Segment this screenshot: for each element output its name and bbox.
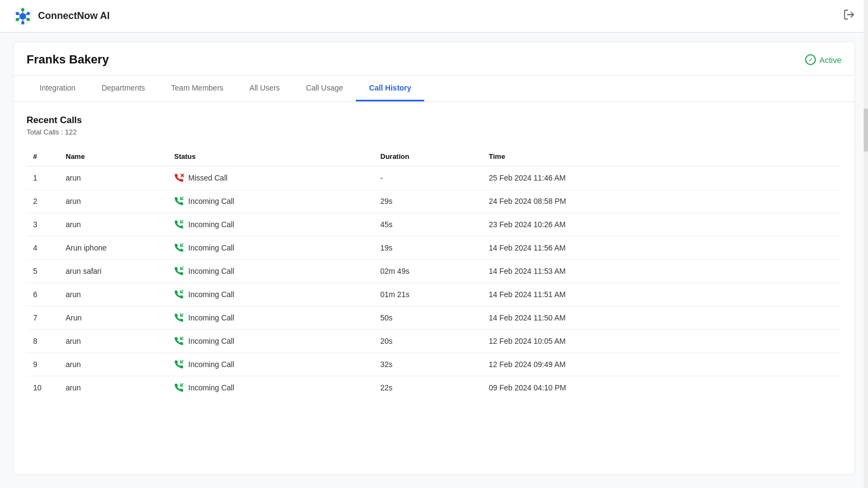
table-row: 8 arun Incoming Call 20s 12 Feb 2024 10:… xyxy=(27,330,841,353)
scrollbar-thumb[interactable] xyxy=(864,108,868,152)
cell-name: arun safari xyxy=(59,260,168,283)
table-row: 1 arun Missed Call - 25 Feb 2024 11:46 A… xyxy=(27,166,841,190)
cell-num: 4 xyxy=(27,236,59,260)
section-title: Recent Calls xyxy=(27,115,841,126)
cell-num: 9 xyxy=(27,353,59,376)
cell-name: arun xyxy=(59,283,168,306)
app-logo-icon xyxy=(13,7,33,26)
main-content: Franks Bakery ✓ Active Integration Depar… xyxy=(13,41,855,475)
cell-num: 7 xyxy=(27,306,59,330)
missed-call-icon xyxy=(174,173,184,183)
check-circle-icon: ✓ xyxy=(805,54,816,65)
svg-point-1 xyxy=(20,13,26,20)
cell-status: Incoming Call xyxy=(168,353,374,376)
status-label: Incoming Call xyxy=(188,360,234,369)
status-label: Incoming Call xyxy=(188,383,234,392)
tab-integration[interactable]: Integration xyxy=(27,76,88,101)
logout-icon[interactable] xyxy=(843,9,855,23)
col-header-num: # xyxy=(27,147,59,166)
cell-time: 24 Feb 2024 08:58 PM xyxy=(482,190,841,213)
tab-all-users[interactable]: All Users xyxy=(237,76,293,101)
table-row: 2 arun Incoming Call 29s 24 Feb 2024 08:… xyxy=(27,190,841,213)
table-row: 4 Arun iphone Incoming Call 19s 14 Feb 2… xyxy=(27,236,841,260)
cell-duration: 02m 49s xyxy=(374,260,482,283)
page-header: Franks Bakery ✓ Active xyxy=(14,42,854,76)
incoming-call-icon xyxy=(174,290,184,299)
cell-duration: 19s xyxy=(374,236,482,260)
table-row: 3 arun Incoming Call 45s 23 Feb 2024 10:… xyxy=(27,213,841,236)
incoming-call-icon xyxy=(174,243,184,253)
cell-name: arun xyxy=(59,190,168,213)
active-status-badge: ✓ Active xyxy=(805,54,841,74)
incoming-call-icon xyxy=(174,383,184,393)
scrollbar[interactable] xyxy=(864,0,868,484)
tab-team-members[interactable]: Team Members xyxy=(158,76,236,101)
table-header: # Name Status Duration Time xyxy=(27,147,841,166)
calls-table: # Name Status Duration Time 1 arun xyxy=(27,147,841,399)
table-row: 7 Arun Incoming Call 50s 14 Feb 2024 11:… xyxy=(27,306,841,330)
svg-point-7 xyxy=(16,12,19,15)
cell-status: Incoming Call xyxy=(168,376,374,400)
status-label: Incoming Call xyxy=(188,267,234,275)
cell-status: Missed Call xyxy=(168,166,374,190)
tab-call-history[interactable]: Call History xyxy=(356,76,424,101)
cell-status: Incoming Call xyxy=(168,306,374,330)
app-name: ConnectNow AI xyxy=(38,10,110,22)
status-label: Missed Call xyxy=(188,174,227,182)
cell-status: Incoming Call xyxy=(168,283,374,306)
cell-num: 8 xyxy=(27,330,59,353)
cell-duration: 50s xyxy=(374,306,482,330)
status-label: Incoming Call xyxy=(188,290,234,299)
cell-duration: 22s xyxy=(374,376,482,400)
cell-num: 1 xyxy=(27,166,59,190)
cell-status: Incoming Call xyxy=(168,190,374,213)
cell-time: 14 Feb 2024 11:53 AM xyxy=(482,260,841,283)
cell-time: 14 Feb 2024 11:50 AM xyxy=(482,306,841,330)
table-body: 1 arun Missed Call - 25 Feb 2024 11:46 A… xyxy=(27,166,841,400)
col-header-time: Time xyxy=(482,147,841,166)
cell-duration: 32s xyxy=(374,353,482,376)
cell-name: Arun xyxy=(59,306,168,330)
cell-duration: - xyxy=(374,166,482,190)
cell-time: 09 Feb 2024 04:10 PM xyxy=(482,376,841,400)
cell-name: arun xyxy=(59,166,168,190)
logo-area: ConnectNow AI xyxy=(13,7,110,26)
incoming-call-icon xyxy=(174,359,184,369)
cell-time: 12 Feb 2024 10:05 AM xyxy=(482,330,841,353)
table-row: 9 arun Incoming Call 32s 12 Feb 2024 09:… xyxy=(27,353,841,376)
incoming-call-icon xyxy=(174,266,184,276)
content-area: Recent Calls Total Calls : 122 # Name St… xyxy=(14,102,854,412)
status-label: Incoming Call xyxy=(188,243,234,252)
cell-time: 12 Feb 2024 09:49 AM xyxy=(482,353,841,376)
total-calls-label: Total Calls : 122 xyxy=(27,128,841,136)
incoming-call-icon xyxy=(174,196,184,206)
table-row: 10 arun Incoming Call 22s 09 Feb 2024 04… xyxy=(27,376,841,400)
cell-time: 14 Feb 2024 11:51 AM xyxy=(482,283,841,306)
incoming-call-icon xyxy=(174,220,184,229)
cell-status: Incoming Call xyxy=(168,213,374,236)
cell-num: 3 xyxy=(27,213,59,236)
page-title: Franks Bakery xyxy=(27,53,109,75)
cell-time: 14 Feb 2024 11:56 AM xyxy=(482,236,841,260)
tab-call-usage[interactable]: Call Usage xyxy=(293,76,356,101)
cell-name: arun xyxy=(59,213,168,236)
cell-time: 25 Feb 2024 11:46 AM xyxy=(482,166,841,190)
col-header-name: Name xyxy=(59,147,168,166)
cell-name: arun xyxy=(59,376,168,400)
tab-departments[interactable]: Departments xyxy=(88,76,158,101)
cell-name: Arun iphone xyxy=(59,236,168,260)
active-status-label: Active xyxy=(819,55,841,65)
status-label: Incoming Call xyxy=(188,337,234,345)
col-header-duration: Duration xyxy=(374,147,482,166)
tabs-bar: Integration Departments Team Members All… xyxy=(14,76,854,102)
col-header-status: Status xyxy=(168,147,374,166)
cell-duration: 45s xyxy=(374,213,482,236)
cell-time: 23 Feb 2024 10:26 AM xyxy=(482,213,841,236)
cell-num: 10 xyxy=(27,376,59,400)
status-label: Incoming Call xyxy=(188,220,234,229)
incoming-call-icon xyxy=(174,336,184,346)
cell-status: Incoming Call xyxy=(168,260,374,283)
cell-num: 2 xyxy=(27,190,59,213)
cell-num: 5 xyxy=(27,260,59,283)
cell-status: Incoming Call xyxy=(168,236,374,260)
